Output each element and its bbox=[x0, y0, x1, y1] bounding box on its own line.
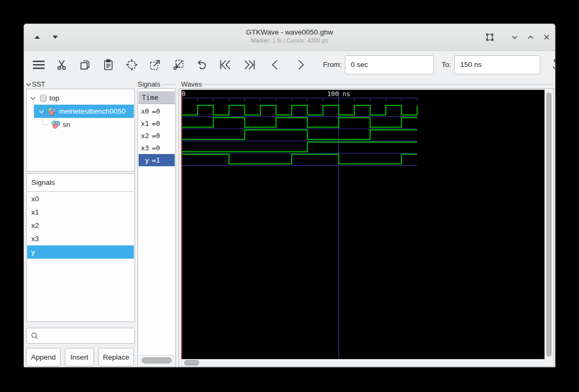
zoom-in-icon bbox=[149, 58, 161, 71]
undo-icon bbox=[195, 58, 208, 71]
from-input[interactable] bbox=[345, 55, 434, 74]
minimize-button[interactable] bbox=[509, 31, 521, 43]
step-left-button[interactable] bbox=[269, 58, 282, 71]
step-right-icon bbox=[295, 58, 306, 71]
sst-tree-panel: top meinetestbench0050 sn bbox=[26, 89, 135, 172]
values-hscrollbar-thumb[interactable] bbox=[142, 357, 172, 363]
tree-item-top[interactable]: top bbox=[27, 91, 134, 105]
values-panel: Time x0=0 x1=0 x2=0 x3=0 y=1 bbox=[138, 88, 176, 367]
time-header[interactable]: Time bbox=[139, 91, 175, 104]
waves-hscrollbar-thumb[interactable] bbox=[184, 360, 199, 365]
search-icon bbox=[30, 331, 39, 340]
desktop: { "window": { "title": "GTKWave - wave00… bbox=[0, 0, 579, 392]
svg-text:100 ns: 100 ns bbox=[327, 90, 350, 98]
signal-item-x2[interactable]: x2 bbox=[27, 219, 134, 232]
chevron-up-icon bbox=[526, 33, 535, 41]
to-input[interactable] bbox=[454, 55, 540, 74]
value-row-x3[interactable]: x3=0 bbox=[139, 142, 175, 154]
titlebar[interactable]: GTKWave - wave0050.ghw Marker: 1 fs | Cu… bbox=[24, 24, 555, 51]
cut-icon bbox=[55, 58, 68, 71]
instance-orbs-icon bbox=[47, 107, 57, 116]
sst-header[interactable]: SST bbox=[25, 80, 132, 88]
module-cylinder-icon bbox=[39, 94, 47, 103]
window-title: GTKWave - wave0050.ghw bbox=[24, 28, 555, 37]
tree-item-meinetestbench0050[interactable]: meinetestbench0050 bbox=[34, 105, 134, 118]
step-right-button[interactable] bbox=[294, 58, 307, 71]
title-block: GTKWave - wave0050.ghw Marker: 1 fs | Cu… bbox=[24, 28, 555, 45]
insert-button[interactable]: Insert bbox=[65, 348, 94, 367]
jump-to-start-button[interactable] bbox=[219, 58, 232, 71]
paste-icon bbox=[102, 58, 115, 71]
tile-icon bbox=[485, 32, 495, 42]
values-panel-label: Signals bbox=[138, 80, 176, 88]
gtkwave-window: GTKWave - wave0050.ghw Marker: 1 fs | Cu… bbox=[23, 23, 556, 368]
values-hscrollbar-track[interactable] bbox=[139, 355, 175, 366]
close-icon bbox=[542, 33, 551, 41]
jump-start-icon bbox=[219, 58, 232, 71]
signal-item-y[interactable]: y bbox=[27, 245, 134, 259]
value-row-x2[interactable]: x2=0 bbox=[139, 130, 175, 142]
reload-button[interactable] bbox=[551, 58, 556, 71]
expander-chevron-icon bbox=[25, 82, 32, 87]
paste-button[interactable] bbox=[102, 58, 115, 71]
value-row-y[interactable]: y=1 bbox=[139, 154, 175, 166]
zoom-fit-button[interactable] bbox=[125, 58, 138, 71]
append-button[interactable]: Append bbox=[26, 348, 61, 367]
waves-label: Waves bbox=[181, 80, 553, 88]
waves-vscrollbar-thumb[interactable] bbox=[547, 92, 551, 356]
undo-button[interactable] bbox=[195, 58, 208, 71]
reload-icon bbox=[551, 58, 556, 72]
value-row-x1[interactable]: x1=0 bbox=[139, 117, 175, 130]
window-subtitle: Marker: 1 fs | Cursor: 4300 ps bbox=[24, 37, 555, 45]
jump-end-icon bbox=[242, 58, 255, 71]
signal-item-x1[interactable]: x1 bbox=[27, 206, 134, 219]
tile-button[interactable] bbox=[484, 31, 496, 43]
replace-button[interactable]: Replace bbox=[98, 348, 134, 367]
menu-button[interactable] bbox=[32, 58, 45, 71]
signal-search-field[interactable] bbox=[26, 328, 135, 344]
toolbar: From: To: bbox=[24, 50, 555, 79]
jump-to-end-button[interactable] bbox=[242, 58, 255, 71]
step-left-icon bbox=[269, 58, 281, 71]
copy-button[interactable] bbox=[79, 58, 91, 71]
close-button[interactable] bbox=[541, 31, 552, 43]
zoom-fit-icon bbox=[125, 58, 138, 71]
signal-item-x0[interactable]: x0 bbox=[27, 192, 134, 206]
waves-frame: 0100 ns bbox=[178, 88, 554, 367]
copy-icon bbox=[79, 58, 91, 71]
signal-browser-panel: Signals x0 x1 x2 x3 y bbox=[26, 173, 135, 322]
from-label: From: bbox=[323, 61, 342, 69]
chevron-down-icon bbox=[510, 33, 519, 41]
waveform-canvas[interactable]: 0100 ns bbox=[181, 90, 544, 361]
waves-hscrollbar-track[interactable] bbox=[180, 359, 544, 366]
tree-item-sn[interactable]: sn bbox=[27, 118, 134, 131]
zoom-out-icon bbox=[172, 58, 185, 71]
signal-item-x3[interactable]: x3 bbox=[27, 232, 134, 245]
value-row-x0[interactable]: x0=0 bbox=[139, 105, 175, 117]
maximize-button[interactable] bbox=[525, 31, 537, 43]
to-label: To: bbox=[441, 61, 451, 69]
zoom-out-button[interactable] bbox=[172, 58, 185, 71]
menu-icon bbox=[32, 59, 45, 71]
waveform-area[interactable]: 0100 ns bbox=[181, 90, 544, 361]
waves-vscrollbar-track[interactable] bbox=[544, 89, 553, 360]
instance-orbs-icon bbox=[51, 120, 61, 129]
svg-text:0: 0 bbox=[182, 90, 185, 98]
cut-button[interactable] bbox=[55, 58, 68, 71]
signal-browser-header: Signals bbox=[27, 174, 134, 192]
zoom-in-button[interactable] bbox=[149, 58, 161, 71]
